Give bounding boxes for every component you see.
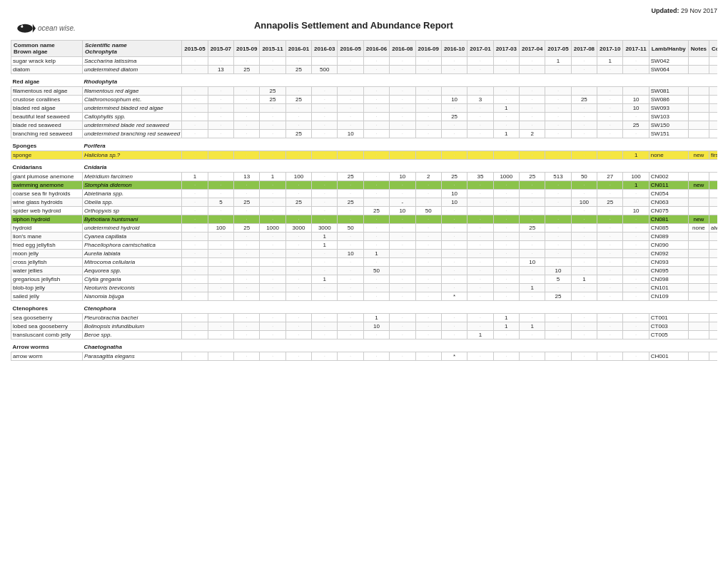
lamb-hanby-cell: CN011	[649, 181, 688, 190]
data-cell: ·	[363, 233, 389, 241]
data-cell: ·	[623, 267, 649, 275]
data-cell: ·	[312, 258, 338, 267]
table-row: transluscant comb jellyBeroe spp.·······…	[11, 331, 718, 339]
spacer-cell	[260, 138, 285, 151]
data-cell: ·	[571, 331, 597, 339]
data-cell: ·	[234, 284, 260, 292]
scientific-name-cell: undetermined blade red seaweed	[83, 121, 182, 130]
data-cell: ·	[415, 151, 441, 160]
data-cell: 1	[312, 275, 338, 284]
data-cell: ·	[571, 190, 597, 198]
data-cell: ·	[363, 87, 389, 96]
data-cell: ·	[260, 233, 285, 241]
data-cell: ·	[441, 275, 467, 284]
table-row: spongeHaliclona sp.?·················1no…	[11, 151, 718, 160]
common-name-cell: gregarious jellyfish	[11, 275, 83, 284]
data-cell: ·	[415, 190, 441, 198]
spacer-cell	[545, 160, 571, 173]
data-cell: ·	[208, 113, 233, 121]
common-name-cell: sailed jelly	[11, 292, 83, 301]
data-cell: ·	[338, 151, 363, 160]
common-name-cell: beautiful leaf seaweed	[11, 113, 83, 121]
data-cell: ·	[545, 233, 571, 241]
data-cell: ·	[467, 57, 493, 66]
comments-cell	[709, 113, 717, 121]
lamb-hanby-cell: CN092	[649, 250, 688, 258]
data-cell: ·	[182, 250, 208, 258]
data-cell: ·	[597, 151, 623, 160]
data-cell: *	[441, 352, 467, 361]
data-cell: 10	[441, 190, 467, 198]
data-cell: ·	[571, 57, 597, 66]
data-cell: ·	[338, 331, 363, 339]
data-cell: ·	[390, 322, 415, 331]
data-cell: ·	[493, 121, 519, 130]
comments-cell	[709, 352, 717, 361]
data-cell: ·	[182, 322, 208, 331]
data-cell: ·	[338, 314, 363, 322]
col-2017-01: 2017-01	[467, 41, 493, 57]
data-cell: 10	[390, 173, 415, 181]
data-cell: 10	[363, 322, 389, 331]
table-row: bladed red algaeundetermined bladed red …	[11, 104, 718, 113]
data-cell: ·	[390, 241, 415, 250]
data-cell: ·	[312, 267, 338, 275]
data-cell: ·	[363, 198, 389, 207]
data-cell: ·	[571, 241, 597, 250]
data-cell: ·	[338, 284, 363, 292]
data-cell: ·	[519, 267, 545, 275]
scientific-name-cell: Nanomia bijuga	[83, 292, 182, 301]
data-cell: ·	[519, 57, 545, 66]
data-cell: ·	[519, 331, 545, 339]
col-2017-05: 2017-05	[545, 41, 571, 57]
data-cell: ·	[234, 151, 260, 160]
data-cell: ·	[597, 275, 623, 284]
data-cell: ·	[493, 352, 519, 361]
spacer-cell	[623, 301, 649, 314]
data-cell: ·	[467, 352, 493, 361]
data-cell: ·	[285, 322, 311, 331]
data-cell: ·	[260, 292, 285, 301]
data-cell: ·	[338, 87, 363, 96]
main-table: Common name Brown algae Scientific name …	[11, 40, 717, 361]
notes-cell	[688, 173, 709, 181]
data-cell: ·	[285, 352, 311, 361]
data-cell: 10	[338, 130, 363, 138]
data-cell: ·	[597, 292, 623, 301]
data-cell: ·	[467, 87, 493, 96]
data-cell: 10	[623, 104, 649, 113]
data-cell: ·	[571, 322, 597, 331]
spacer-cell	[208, 301, 233, 314]
common-name-cell: filamentous red algae	[11, 87, 83, 96]
data-cell: ·	[493, 292, 519, 301]
data-cell: ·	[493, 113, 519, 121]
lamb-hanby-cell: SW093	[649, 104, 688, 113]
spacer-cell	[467, 301, 493, 314]
data-cell: ·	[441, 87, 467, 96]
data-cell: ·	[390, 224, 415, 233]
data-cell: ·	[467, 250, 493, 258]
section-name: Ctenophores	[11, 301, 83, 314]
data-cell: 25	[338, 173, 363, 181]
data-cell: ·	[415, 258, 441, 267]
data-cell: ·	[597, 331, 623, 339]
spacer-cell	[709, 339, 717, 352]
data-cell: ·	[467, 241, 493, 250]
data-cell: ·	[415, 322, 441, 331]
data-cell: ·	[285, 207, 311, 215]
data-cell: ·	[208, 314, 233, 322]
data-cell: ·	[623, 352, 649, 361]
spacer-cell	[390, 339, 415, 352]
data-cell: ·	[519, 233, 545, 241]
data-cell: ·	[234, 250, 260, 258]
col-2015-07: 2015-07	[208, 41, 233, 57]
spacer-cell	[467, 74, 493, 87]
table-row: branching red seaweedundetermined branch…	[11, 130, 718, 138]
spacer-cell	[208, 160, 233, 173]
spacer-cell	[493, 74, 519, 87]
comments-cell	[709, 66, 717, 74]
notes-cell	[688, 104, 709, 113]
data-cell: ·	[415, 314, 441, 322]
data-cell: ·	[415, 250, 441, 258]
spacer-cell	[649, 301, 688, 314]
